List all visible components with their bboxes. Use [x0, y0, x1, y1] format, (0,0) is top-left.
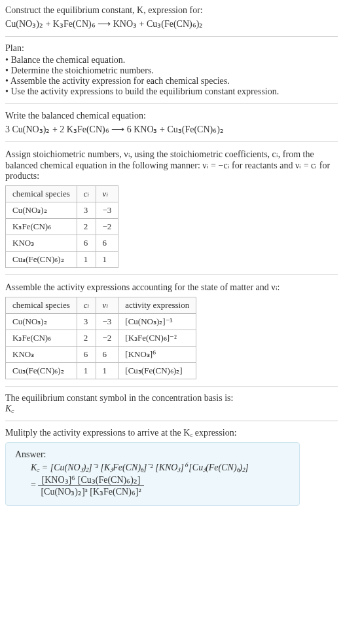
cell-activity: [Cu(NO₃)₂]⁻³ — [118, 314, 196, 330]
cell-ci: 1 — [77, 363, 96, 379]
cell-nui: −2 — [96, 330, 118, 347]
balanced-heading: Write the balanced chemical equation: — [5, 111, 338, 121]
cell-species: K₃Fe(CN)₆ — [6, 219, 77, 235]
table-row: K₃Fe(CN)₆ 2 −2 — [6, 219, 118, 235]
balanced-section: Write the balanced chemical equation: 3 … — [5, 111, 338, 135]
answer-label: Answer: — [15, 449, 290, 460]
kc-symbol-section: The equilibrium constant symbol in the c… — [5, 393, 338, 414]
plan-item: Assemble the activity expression for eac… — [5, 76, 338, 86]
separator — [5, 104, 338, 104]
table-header: νᵢ — [96, 297, 118, 314]
table-header: chemical species — [6, 186, 77, 202]
stoich-text: Assign stoichiometric numbers, νᵢ, using… — [5, 149, 338, 181]
plan-heading: Plan: — [5, 43, 338, 54]
multiply-section: Mulitply the activity expressions to arr… — [5, 428, 338, 506]
cell-ci: 2 — [77, 330, 96, 347]
answer-box: Answer: K꜀ = [Cu(NO₃)₂]⁻³ [K₃Fe(CN)₆]⁻² … — [5, 442, 300, 506]
plan-item: Use the activity expressions to build th… — [5, 86, 338, 97]
table-row: Cu(NO₃)₂ 3 −3 — [6, 202, 118, 219]
cell-nui: 6 — [96, 235, 118, 252]
table-row: Cu₃(Fe(CN)₆)₂ 1 1 [Cu₃(Fe(CN)₆)₂] — [6, 363, 196, 379]
cell-activity: [Cu₃(Fe(CN)₆)₂] — [118, 363, 196, 379]
separator — [5, 142, 338, 142]
kc-symbol: K꜀ — [5, 404, 338, 414]
separator — [5, 421, 338, 421]
equals-sign: = — [31, 480, 38, 490]
plan-item: Determine the stoichiometric numbers. — [5, 66, 338, 76]
table-header: νᵢ — [96, 186, 118, 202]
cell-activity: [K₃Fe(CN)₆]⁻² — [118, 330, 196, 347]
plan-list: Balance the chemical equation. Determine… — [5, 55, 338, 97]
cell-species: Cu₃(Fe(CN)₆)₂ — [6, 363, 77, 379]
separator — [5, 275, 338, 275]
activity-heading: Assemble the activity expressions accoun… — [5, 282, 338, 293]
cell-species: KNO₃ — [6, 347, 77, 363]
cell-ci: 2 — [77, 219, 96, 235]
cell-nui: −3 — [96, 314, 118, 330]
intro-equation: Cu(NO₃)₂ + K₃Fe(CN)₆ ⟶ KNO₃ + Cu₃(Fe(CN)… — [5, 18, 338, 29]
fraction-numerator: [KNO₃]⁶ [Cu₃(Fe(CN)₆)₂] — [38, 474, 143, 486]
table-header-row: chemical species cᵢ νᵢ activity expressi… — [6, 297, 196, 314]
plan-section: Plan: Balance the chemical equation. Det… — [5, 43, 338, 97]
table-row: K₃Fe(CN)₆ 2 −2 [K₃Fe(CN)₆]⁻² — [6, 330, 196, 347]
table-header: activity expression — [118, 297, 196, 314]
cell-species: KNO₃ — [6, 235, 77, 252]
cell-ci: 1 — [77, 252, 96, 268]
cell-ci: 6 — [77, 347, 96, 363]
intro-text: Construct the equilibrium constant, K, e… — [5, 5, 338, 16]
cell-species: K₃Fe(CN)₆ — [6, 330, 77, 347]
stoich-section: Assign stoichiometric numbers, νᵢ, using… — [5, 149, 338, 268]
cell-species: Cu(NO₃)₂ — [6, 202, 77, 219]
fraction: [KNO₃]⁶ [Cu₃(Fe(CN)₆)₂] [Cu(NO₃)₂]³ [K₃F… — [38, 474, 143, 497]
intro-section: Construct the equilibrium constant, K, e… — [5, 5, 338, 29]
kc-expression-fraction: = [KNO₃]⁶ [Cu₃(Fe(CN)₆)₂] [Cu(NO₃)₂]³ [K… — [31, 474, 290, 497]
cell-ci: 6 — [77, 235, 96, 252]
fraction-denominator: [Cu(NO₃)₂]³ [K₃Fe(CN)₆]² — [38, 486, 143, 497]
cell-activity: [KNO₃]⁶ — [118, 347, 196, 363]
cell-species: Cu₃(Fe(CN)₆)₂ — [6, 252, 77, 268]
table-row: Cu₃(Fe(CN)₆)₂ 1 1 — [6, 252, 118, 268]
plan-item: Balance the chemical equation. — [5, 55, 338, 66]
table-row: KNO₃ 6 6 — [6, 235, 118, 252]
table-header: cᵢ — [77, 186, 96, 202]
stoich-table: chemical species cᵢ νᵢ Cu(NO₃)₂ 3 −3 K₃F… — [5, 185, 118, 268]
kc-expression-products: K꜀ = [Cu(NO₃)₂]⁻³ [K₃Fe(CN)₆]⁻² [KNO₃]⁶ … — [31, 463, 290, 473]
multiply-heading: Mulitply the activity expressions to arr… — [5, 428, 338, 438]
cell-nui: 1 — [96, 363, 118, 379]
table-header: chemical species — [6, 297, 77, 314]
table-row: Cu(NO₃)₂ 3 −3 [Cu(NO₃)₂]⁻³ — [6, 314, 196, 330]
table-header-row: chemical species cᵢ νᵢ — [6, 186, 118, 202]
balanced-equation: 3 Cu(NO₃)₂ + 2 K₃Fe(CN)₆ ⟶ 6 KNO₃ + Cu₃(… — [5, 124, 338, 135]
cell-nui: −2 — [96, 219, 118, 235]
cell-nui: 1 — [96, 252, 118, 268]
cell-species: Cu(NO₃)₂ — [6, 314, 77, 330]
cell-ci: 3 — [77, 202, 96, 219]
cell-nui: 6 — [96, 347, 118, 363]
table-row: KNO₃ 6 6 [KNO₃]⁶ — [6, 347, 196, 363]
kc-symbol-text: The equilibrium constant symbol in the c… — [5, 393, 338, 404]
separator — [5, 386, 338, 387]
table-header: cᵢ — [77, 297, 96, 314]
separator — [5, 36, 338, 37]
cell-ci: 3 — [77, 314, 96, 330]
activity-section: Assemble the activity expressions accoun… — [5, 282, 338, 379]
activity-table: chemical species cᵢ νᵢ activity expressi… — [5, 297, 196, 379]
cell-nui: −3 — [96, 202, 118, 219]
